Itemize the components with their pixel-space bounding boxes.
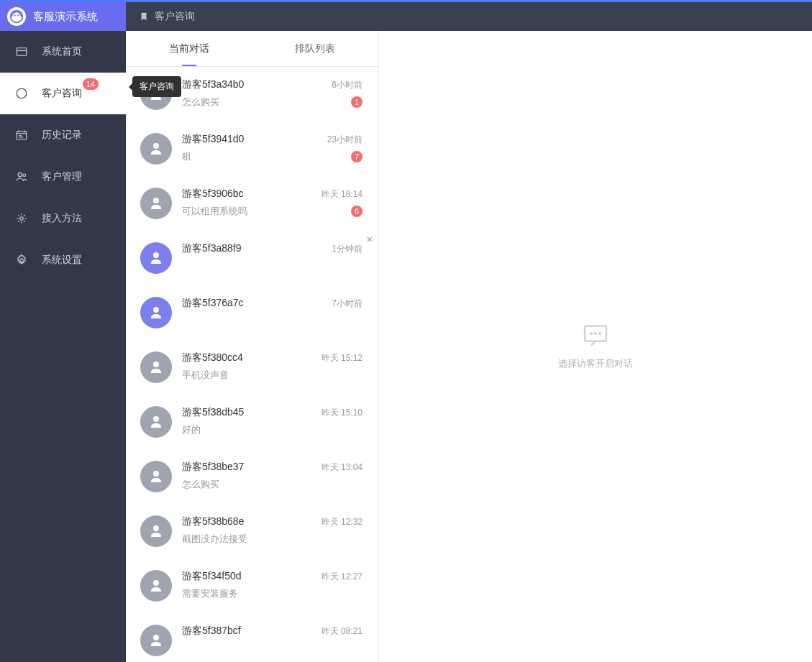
- integration-icon: [14, 211, 29, 226]
- conversation-time: 昨天 18:14: [321, 188, 362, 201]
- chat-icon: [14, 86, 29, 101]
- conversation-item[interactable]: 游客5f3941d023小时前租7: [126, 121, 377, 176]
- svg-point-27: [599, 333, 601, 334]
- conversation-time: 昨天 15:12: [321, 352, 362, 364]
- unread-badge: 1: [351, 96, 362, 108]
- conversation-message: 可以租用系统吗: [182, 205, 247, 218]
- conversation-name: 游客5f376a7c: [182, 297, 244, 310]
- history-icon: [14, 128, 29, 142]
- conversation-message: 怎么购买: [182, 96, 219, 109]
- conversation-message: 租: [182, 150, 191, 163]
- avatar: [140, 242, 172, 274]
- nav-item-label: 历史记录: [42, 129, 82, 142]
- topbar-title: 客户咨询: [155, 10, 195, 23]
- conversation-item[interactable]: 游客5f3a88f91分钟前×: [126, 231, 377, 285]
- conversation-time: 1分钟前: [332, 243, 362, 255]
- conversation-name: 游客5f3a88f9: [182, 242, 242, 255]
- chat-placeholder-icon: [581, 323, 610, 349]
- brand-title: 客服演示系统: [33, 10, 98, 24]
- conversation-name: 游客5f380cc4: [182, 351, 243, 364]
- users-icon: [14, 170, 29, 184]
- avatar: [140, 625, 172, 656]
- nav-item-history[interactable]: 历史记录: [0, 114, 126, 156]
- svg-line-19: [18, 215, 19, 216]
- nav-item-chat[interactable]: 客户咨询14: [0, 73, 126, 114]
- nav-item-label: 接入方法: [42, 212, 82, 225]
- nav-item-label: 系统首页: [42, 45, 82, 58]
- avatar: [140, 297, 172, 328]
- svg-line-21: [18, 221, 19, 222]
- conversation-time: 昨天 15:10: [321, 407, 362, 419]
- conversation-item[interactable]: 游客5f376a7c7小时前: [126, 285, 377, 340]
- tabs: 当前对话排队列表: [126, 31, 378, 67]
- nav-item-settings[interactable]: 系统设置: [0, 239, 126, 281]
- svg-point-23: [20, 259, 24, 262]
- svg-line-22: [24, 215, 25, 216]
- conversation-time: 6小时前: [332, 79, 362, 91]
- conversation-panel: 当前对话排队列表 游客5f3a34b06小时前怎么购买1游客5f3941d023…: [126, 31, 379, 662]
- conversation-item[interactable]: 游客5f387bcf昨天 08:21: [126, 613, 377, 662]
- avatar: [140, 188, 172, 219]
- conversation-name: 游客5f3906bc: [182, 188, 244, 201]
- content-row: 当前对话排队列表 游客5f3a34b06小时前怎么购买1游客5f3941d023…: [126, 31, 812, 662]
- conversation-name: 游客5f3a34b0: [182, 78, 244, 91]
- svg-point-14: [20, 217, 24, 221]
- conversation-message: 截图没办法接受: [182, 533, 247, 546]
- avatar: [140, 461, 172, 492]
- conversation-item[interactable]: 游客5f38b68e昨天 12:32截图没办法接受: [126, 504, 377, 558]
- conversation-item[interactable]: 游客5f3906bc昨天 18:14可以租用系统吗6: [126, 176, 377, 231]
- svg-point-13: [23, 174, 26, 177]
- sidebar: 客服演示系统 系统首页客户咨询14历史记录客户管理接入方法系统设置: [0, 2, 126, 662]
- nav-item-label: 系统设置: [42, 254, 82, 267]
- conversation-name: 游客5f38db45: [182, 406, 244, 419]
- nav-tooltip: 客户咨询: [132, 76, 181, 97]
- conversation-item[interactable]: 游客5f38be37昨天 13:04怎么购买: [126, 449, 377, 504]
- nav-badge: 14: [83, 78, 99, 90]
- conversation-item[interactable]: 游客5f38db45昨天 15:10好的: [126, 395, 377, 449]
- chat-panel: 选择访客开启对话: [379, 31, 812, 662]
- conversation-name: 游客5f387bcf: [182, 625, 241, 638]
- nav-list: 系统首页客户咨询14历史记录客户管理接入方法系统设置: [0, 31, 126, 281]
- home-icon: [14, 45, 29, 59]
- conversation-name: 游客5f38b68e: [182, 515, 244, 528]
- nav-item-integration[interactable]: 接入方法: [0, 198, 126, 239]
- bookmark-icon: [139, 12, 149, 22]
- avatar: [140, 515, 172, 547]
- conversation-time: 昨天 08:21: [321, 625, 362, 638]
- tab[interactable]: 排队列表: [252, 31, 379, 66]
- unread-badge: 6: [351, 206, 362, 217]
- conversation-time: 23小时前: [327, 134, 362, 146]
- topbar: 客户咨询: [126, 2, 812, 31]
- conversation-item[interactable]: 游客5f34f50d昨天 12:27需要安装服务: [126, 558, 377, 613]
- svg-point-1: [14, 14, 15, 16]
- svg-line-20: [24, 221, 25, 222]
- conversation-time: 昨天 12:32: [321, 516, 362, 528]
- brand-header: 客服演示系统: [0, 2, 126, 31]
- conversation-message: 需要安装服务: [182, 587, 238, 600]
- avatar: [140, 406, 172, 438]
- svg-point-25: [590, 333, 592, 334]
- avatar: [140, 133, 172, 165]
- conversation-message: 怎么购买: [182, 478, 219, 491]
- svg-rect-3: [17, 48, 27, 56]
- conversation-message: 手机没声音: [182, 369, 229, 382]
- conversation-time: 昨天 13:04: [321, 461, 362, 474]
- nav-item-label: 客户管理: [42, 170, 82, 183]
- brand-logo-icon: [7, 7, 26, 26]
- settings-icon: [14, 253, 29, 267]
- conversation-name: 游客5f3941d0: [182, 133, 244, 146]
- conversation-list[interactable]: 游客5f3a34b06小时前怎么购买1游客5f3941d023小时前租7游客5f…: [126, 67, 378, 662]
- nav-item-home[interactable]: 系统首页: [0, 31, 126, 73]
- conversation-message: 好的: [182, 423, 201, 436]
- svg-point-26: [595, 333, 596, 334]
- nav-item-users[interactable]: 客户管理: [0, 156, 126, 198]
- svg-point-12: [18, 173, 22, 176]
- close-icon[interactable]: ×: [367, 234, 373, 245]
- svg-point-2: [17, 14, 19, 16]
- conversation-name: 游客5f34f50d: [182, 570, 242, 583]
- conversation-time: 7小时前: [332, 298, 362, 310]
- main-area: 客户咨询 当前对话排队列表 游客5f3a34b06小时前怎么购买1游客5f394…: [126, 2, 812, 662]
- avatar: [140, 351, 172, 383]
- tab[interactable]: 当前对话: [126, 31, 252, 66]
- conversation-item[interactable]: 游客5f380cc4昨天 15:12手机没声音: [126, 340, 377, 395]
